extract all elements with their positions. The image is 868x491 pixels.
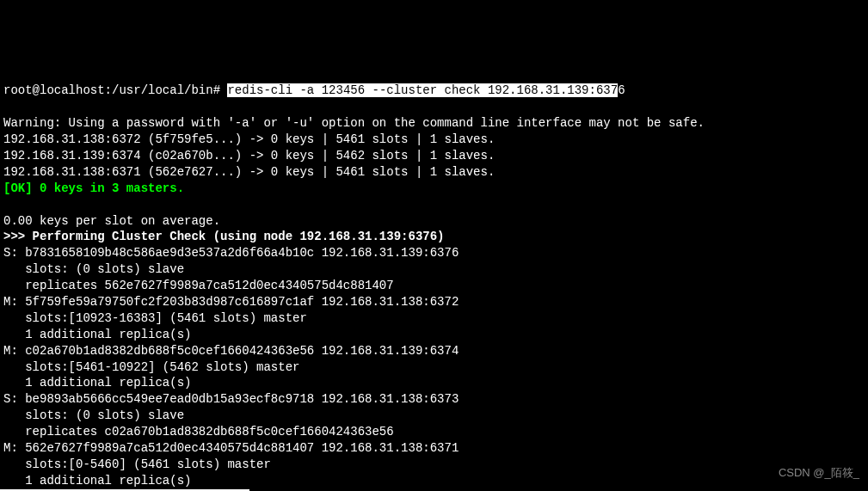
node-line: 1 additional replica(s): [3, 474, 191, 488]
node-summary-1: 192.168.31.138:6372 (5f759fe5...) -> 0 k…: [3, 132, 495, 146]
node-summary-3: 192.168.31.138:6371 (562e7627...) -> 0 k…: [3, 165, 495, 179]
node-line: M: c02a670b1ad8382db688f5c0cef1660424363…: [3, 344, 459, 358]
cluster-check-header: >>> Performing Cluster Check (using node…: [3, 230, 444, 243]
command-tail: 6: [618, 83, 625, 97]
shell-prompt: root@localhost:/usr/local/bin#: [3, 83, 227, 97]
node-line: replicates 562e7627f9989a7ca512d0ec43405…: [3, 279, 394, 292]
warning-line: Warning: Using a password with '-a' or '…: [3, 116, 705, 130]
node-line: M: 5f759fe59a79750fc2f203b83d987c616897c…: [3, 295, 459, 309]
ok-keys-masters: [OK] 0 keys in 3 masters.: [3, 181, 184, 195]
node-line: slots:[0-5460] (5461 slots) master: [3, 457, 271, 471]
node-summary-2: 192.168.31.139:6374 (c02a670b...) -> 0 k…: [3, 149, 495, 163]
command-highlighted: redis-cli -a 123456 --cluster check 192.…: [227, 83, 618, 97]
node-line: slots: (0 slots) slave: [3, 262, 184, 276]
terminal-output[interactable]: root@localhost:/usr/local/bin# redis-cli…: [3, 67, 865, 491]
node-line: M: 562e7627f9989a7ca512d0ec4340575d4c881…: [3, 441, 459, 455]
watermark-text: CSDN @_陌筱_: [779, 465, 859, 481]
node-line: S: be9893ab5666cc549ee7ead0db15a93ecf8c9…: [3, 392, 459, 406]
node-line: slots:[10923-16383] (5461 slots) master: [3, 311, 307, 325]
node-line: replicates c02a670b1ad8382db688f5c0cef16…: [3, 425, 394, 439]
node-line: 1 additional replica(s): [3, 376, 191, 390]
node-line: 1 additional replica(s): [3, 328, 191, 341]
node-line: slots: (0 slots) slave: [3, 408, 184, 422]
avg-keys: 0.00 keys per slot on average.: [3, 214, 220, 228]
node-line: slots:[5461-10922] (5462 slots) master: [3, 360, 299, 374]
node-line: S: b7831658109b48c586ae9d3e537a2d6f66a4b…: [3, 246, 459, 260]
